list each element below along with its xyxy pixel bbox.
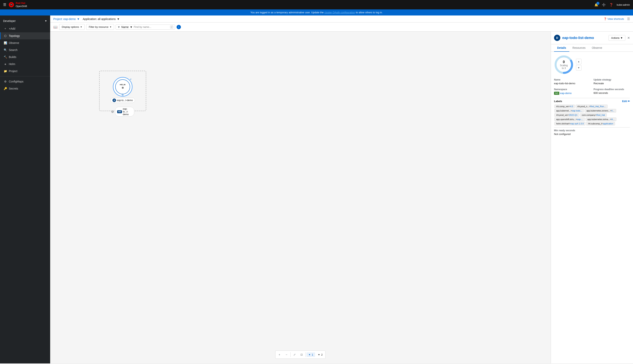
sidebar-item-topology[interactable]: ⬡ Topology: [0, 32, 50, 40]
close-panel-button[interactable]: ✕: [627, 36, 630, 40]
sidebar-item-topology-label: Topology: [9, 34, 20, 38]
helm-circle-inner: HELM ⎈: [115, 79, 130, 94]
update-strategy-value: Recreate: [594, 82, 630, 85]
add-circle-icon[interactable]: ➕: [602, 3, 606, 7]
zoom-out-button[interactable]: −: [284, 352, 290, 358]
helm-release-label[interactable]: HR eap-to...t-demo: [115, 107, 134, 116]
zoom-option-2[interactable]: ✦ 2: [316, 352, 324, 357]
hamburger-menu[interactable]: ☰: [3, 2, 6, 7]
zoom-in-button[interactable]: +: [276, 352, 282, 358]
svg-text:RH: RH: [10, 4, 12, 5]
labels-header: Labels Edit ✏: [554, 100, 630, 103]
sidebar-item-add[interactable]: ＋ +Add: [0, 25, 50, 32]
banner-text-after: to allow others to log in.: [356, 11, 383, 14]
scale-up-button[interactable]: ▲: [576, 59, 582, 64]
tab-resources[interactable]: Resources: [569, 44, 589, 52]
top-navigation: ☰ RH Red Hat OpenShift 🔔 1 ➕ ❓ kube:admi…: [0, 0, 633, 10]
deployment-badge: D: [112, 98, 116, 102]
info-button[interactable]: i: [176, 25, 181, 29]
right-panel-title: eap-todo-list-demo: [562, 36, 606, 40]
brand-name-line2: OpenShift: [16, 5, 27, 8]
display-options-button[interactable]: Display options ▼: [59, 24, 85, 30]
label-tag: app.kubernetes.io/ma...=H...: [586, 118, 616, 121]
find-by-name-input[interactable]: [134, 26, 169, 28]
help-icon[interactable]: ❓: [609, 3, 613, 7]
topology-area: HELM ⎈ ↗ ↻ D eap-to...t-demo: [50, 32, 633, 364]
name-label: Name: [554, 78, 590, 81]
filter-name-label: Name: [121, 26, 128, 28]
right-panel: D eap-todo-list-demo Actions ▼ ✕ Details…: [551, 32, 633, 364]
namespace-link[interactable]: eap-demo: [560, 92, 572, 94]
panel-divider-2: [554, 127, 630, 128]
zoom-option-1-icon: ✦: [308, 353, 310, 356]
sidebar-item-project[interactable]: 📁 Project: [0, 68, 50, 75]
cluster-oauth-link[interactable]: cluster OAuth configuration: [324, 11, 355, 14]
sidebar-item-observe[interactable]: 📊 Observe: [0, 40, 50, 46]
topology-canvas[interactable]: HELM ⎈ ↗ ↻ D eap-to...t-demo: [50, 32, 551, 364]
label-value-link[interactable]: H...: [611, 118, 614, 120]
sidebar-item-observe-label: Observe: [9, 41, 19, 44]
project-icon: 📁: [4, 70, 7, 73]
refresh-icon[interactable]: ↻: [122, 93, 124, 96]
scale-down-button[interactable]: ▼: [576, 65, 582, 70]
label-value-link[interactable]: 4...: [611, 110, 614, 112]
namespace-value: NS eap-demo: [554, 92, 590, 95]
label-value-link[interactable]: 4.0: [570, 105, 573, 108]
node-label[interactable]: D eap-to...t-demo: [110, 98, 135, 103]
label-value-link[interactable]: eap-todo...: [572, 110, 582, 112]
label-value-link[interactable]: application: [603, 122, 613, 125]
view-shortcuts-button[interactable]: ❓ View shortcuts: [604, 18, 624, 20]
scaling-circle: 0 Scaling to 3: [554, 55, 574, 74]
tab-details[interactable]: Details: [554, 44, 569, 52]
edit-labels-text: Edit: [622, 100, 627, 103]
keyboard-shortcut-badge: /: [170, 26, 173, 28]
sidebar-item-configmaps[interactable]: ⚙ ConfigMaps: [0, 78, 50, 85]
actions-button[interactable]: Actions ▼: [608, 35, 625, 41]
label-tag: app.kubernetes.io/vers...=4...: [584, 109, 616, 112]
application-selector[interactable]: Application: all applications ▼: [83, 18, 120, 20]
label-value-link[interactable]: Red_Hat_Run...: [590, 105, 606, 108]
gear-icon: ⚙: [111, 110, 114, 114]
helm-circle-outer[interactable]: HELM ⎈ ↗ ↻: [113, 77, 132, 96]
filter-by-resource-button[interactable]: Filter by resource ▼: [86, 24, 114, 30]
zoom-option-1[interactable]: ✦ 1: [306, 352, 315, 357]
external-link-icon[interactable]: ↗: [130, 78, 132, 81]
perspective-label: Developer: [3, 20, 16, 22]
filter-funnel-icon: ▼: [118, 26, 120, 28]
book-icon[interactable]: 📖: [53, 25, 58, 29]
notification-bell-icon[interactable]: 🔔 1: [594, 3, 598, 7]
sidebar-item-helm[interactable]: ⎈ Helm: [0, 60, 50, 68]
update-strategy-label: Update strategy: [594, 78, 630, 81]
label-value-link[interactable]: eap-xp4-1.0.0: [570, 122, 584, 125]
sidebar-item-builds[interactable]: 🔨 Builds: [0, 54, 50, 60]
actions-label: Actions: [611, 36, 620, 40]
project-chevron-icon: ▼: [77, 18, 80, 20]
sidebar-item-secrets[interactable]: 🔑 Secrets: [0, 85, 50, 92]
view-shortcuts-label: View shortcuts: [608, 18, 624, 20]
label-value-link[interactable]: eap-...: [577, 118, 583, 120]
deployment-icon-badge: D: [554, 35, 560, 41]
brand-logo-group: RH Red Hat OpenShift: [8, 2, 27, 8]
sidebar-item-search[interactable]: 🔍 Search: [0, 46, 50, 54]
tab-observe[interactable]: Observe: [589, 44, 605, 52]
label-value-link[interactable]: 2022-Q1: [569, 114, 578, 116]
label-value-link[interactable]: Red_Hat: [596, 114, 605, 116]
perspective-switcher[interactable]: Developer ▼: [0, 17, 50, 25]
zoom-option-2-icon: ✦: [318, 353, 320, 356]
sidebar-item-add-label: +Add: [9, 27, 15, 30]
project-selector[interactable]: Project: eap-demo ▼: [53, 18, 80, 20]
panel-divider: [554, 98, 630, 98]
list-view-button[interactable]: ☰: [627, 17, 630, 21]
edit-labels-button[interactable]: Edit ✏: [622, 100, 630, 103]
progress-deadline-value: 600 seconds: [594, 92, 630, 94]
configmaps-icon: ⚙: [4, 80, 7, 83]
reset-view-button[interactable]: ⊡: [298, 352, 305, 358]
fit-to-screen-button[interactable]: ⤢: [292, 352, 298, 358]
tab-details-label: Details: [557, 46, 566, 49]
details-grid: Name eap-todo-list-demo Update strategy …: [554, 78, 630, 95]
labels-title: Labels: [554, 100, 562, 103]
user-menu[interactable]: kube:admin: [617, 3, 630, 6]
sidebar-item-project-label: Project: [9, 70, 18, 73]
banner-text: You are logged in as a temporary adminis…: [250, 11, 324, 14]
helm-node: HELM ⎈ ↗ ↻ D eap-to...t-demo: [104, 77, 141, 103]
